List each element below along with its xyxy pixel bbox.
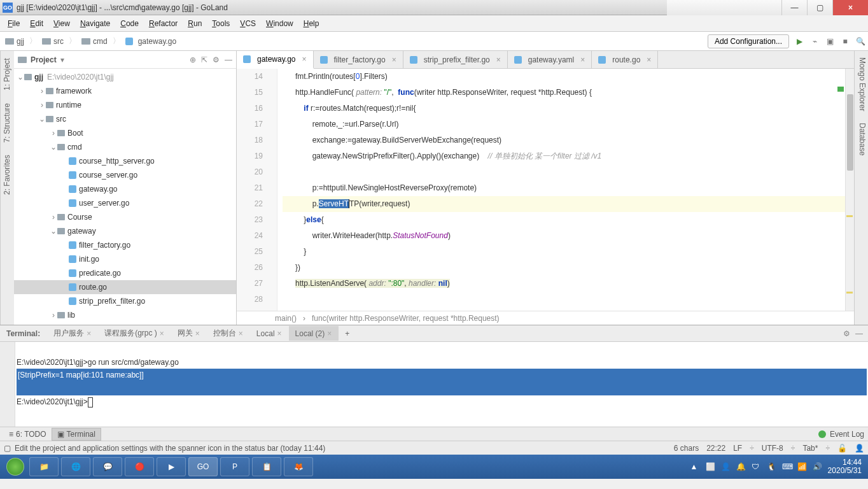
- task-explorer[interactable]: 📁: [29, 457, 59, 476]
- code-line[interactable]: http.ListenAndServe( addr: ":80", handle…: [283, 276, 854, 292]
- code-line[interactable]: }else{: [283, 212, 854, 228]
- menu-item[interactable]: View: [50, 18, 74, 29]
- tray-icon[interactable]: 🛡: [752, 462, 760, 471]
- project-tree[interactable]: ⌄ gjj E:\video\2020\jt1\gjj ›framework›r…: [14, 69, 236, 325]
- terminal-tab[interactable]: 用户服务 ×: [47, 326, 98, 341]
- scrollbar-thumb[interactable]: [847, 94, 853, 171]
- crumb-main[interactable]: main(): [275, 314, 297, 323]
- code-line[interactable]: if r:=routes.Match(request);r!=nil{: [283, 101, 854, 117]
- editor-scrollbar[interactable]: [845, 69, 854, 311]
- tree-folder[interactable]: ›Mapper: [14, 322, 236, 325]
- tray-icon[interactable]: ⬜: [706, 462, 715, 471]
- terminal-tab[interactable]: 课程服务(grpc ) ×: [98, 326, 171, 341]
- status-encoding[interactable]: UTF-8: [762, 444, 783, 453]
- window-minimize-button[interactable]: —: [781, 0, 807, 15]
- close-icon[interactable]: ×: [302, 55, 307, 64]
- tray-icon[interactable]: 🐧: [767, 462, 776, 471]
- event-log-button[interactable]: Event Log: [830, 430, 864, 439]
- window-maximize-button[interactable]: ▢: [807, 0, 832, 15]
- tray-icon[interactable]: ⌨: [782, 462, 791, 471]
- tab-terminal[interactable]: ▣ Terminal: [52, 428, 101, 441]
- tree-folder[interactable]: ›framework: [14, 84, 236, 98]
- search-icon[interactable]: 🔍: [855, 36, 865, 46]
- right-tab-database[interactable]: Database: [855, 120, 868, 158]
- code-line[interactable]: p:=httputil.NewSingleHostReverseProxy(re…: [283, 180, 854, 196]
- status-lock-icon[interactable]: 🔓: [837, 444, 847, 453]
- tree-folder[interactable]: ⌄gateway: [14, 224, 236, 238]
- menu-item[interactable]: Help: [300, 18, 323, 29]
- status-line-ending[interactable]: LF: [733, 444, 742, 453]
- terminal-body[interactable]: E:\video\2020\jt1\gjj>go run src/cmd/gat…: [0, 342, 868, 427]
- code-line[interactable]: p.ServeHTTP(writer,request): [283, 196, 854, 212]
- terminal-tab[interactable]: Local ×: [250, 326, 289, 341]
- tree-file[interactable]: gateway.go: [14, 182, 236, 196]
- scroll-from-source-icon[interactable]: ⊕: [190, 55, 196, 64]
- tray-icon[interactable]: 👤: [721, 462, 730, 471]
- tree-folder[interactable]: ›lib: [14, 308, 236, 322]
- close-icon[interactable]: ×: [160, 329, 164, 338]
- tree-file[interactable]: user_server.go: [14, 196, 236, 210]
- menu-item[interactable]: Refactor: [145, 18, 181, 29]
- breadcrumb-item[interactable]: src: [39, 36, 66, 47]
- status-caret-pos[interactable]: 22:22: [706, 444, 725, 453]
- settings-hint-icon[interactable]: ▢: [4, 444, 11, 453]
- menu-item[interactable]: Navigate: [76, 18, 114, 29]
- close-icon[interactable]: ×: [277, 329, 282, 338]
- editor-tab[interactable]: gateway.yaml×: [508, 51, 592, 68]
- tree-file[interactable]: course_http_server.go: [14, 154, 236, 168]
- code-line[interactable]: http.HandleFunc( pattern: "/", func(writ…: [283, 85, 854, 101]
- task-video[interactable]: ▶: [157, 457, 186, 476]
- tree-file[interactable]: course_server.go: [14, 168, 236, 182]
- code-line[interactable]: [283, 164, 854, 180]
- hide-icon[interactable]: —: [855, 329, 863, 338]
- tray-volume-icon[interactable]: 🔊: [813, 462, 822, 471]
- task-goland[interactable]: GO: [188, 457, 218, 476]
- tree-folder[interactable]: ⌄cmd: [14, 140, 236, 154]
- stop-icon[interactable]: ■: [840, 36, 850, 46]
- terminal-tab[interactable]: Local (2) ×: [289, 326, 339, 341]
- code-area[interactable]: 141516171819202122232425262728 fmt.Print…: [237, 69, 854, 311]
- terminal-tab[interactable]: 网关 ×: [171, 326, 207, 341]
- task-firefox[interactable]: 🦊: [284, 457, 313, 476]
- code-line[interactable]: }: [283, 244, 854, 260]
- editor-tab[interactable]: gateway.go×: [237, 51, 314, 69]
- window-close-button[interactable]: ×: [832, 0, 868, 15]
- taskbar-clock[interactable]: 14:44 2020/5/31: [828, 458, 862, 475]
- code-line[interactable]: exchange:=gateway.BuildServerWebExchange…: [283, 132, 854, 148]
- close-icon[interactable]: ×: [580, 55, 585, 64]
- coverage-icon[interactable]: ▣: [825, 36, 835, 46]
- warning-stripe-icon[interactable]: [846, 292, 853, 294]
- code-line[interactable]: remote,_:=url.Parse(r.Url): [283, 117, 854, 132]
- tab-todo[interactable]: ≡ 6: TODO: [4, 429, 52, 440]
- breadcrumb-item[interactable]: gjj: [3, 36, 27, 47]
- menu-item[interactable]: Code: [116, 18, 143, 29]
- task-app-red[interactable]: 🔴: [125, 457, 154, 476]
- close-icon[interactable]: ×: [647, 55, 651, 64]
- status-inspector-icon[interactable]: 👤: [855, 444, 864, 453]
- tree-file[interactable]: filter_factory.go: [14, 238, 236, 252]
- menu-item[interactable]: Window: [262, 18, 297, 29]
- tree-file[interactable]: strip_prefix_filter.go: [14, 294, 236, 308]
- right-tab-mongo[interactable]: Mongo Explorer: [855, 55, 868, 114]
- terminal-add-tab-button[interactable]: +: [339, 327, 356, 340]
- add-configuration-button[interactable]: Add Configuration...: [708, 34, 789, 48]
- close-icon[interactable]: ×: [239, 329, 243, 338]
- left-tab-structure[interactable]: 7: Structure: [1, 100, 14, 146]
- close-icon[interactable]: ×: [195, 329, 200, 338]
- menu-item[interactable]: File: [4, 18, 24, 29]
- tray-network-icon[interactable]: 📶: [797, 462, 806, 471]
- status-indent[interactable]: Tab*: [802, 444, 818, 453]
- code-line[interactable]: writer.WriteHeader(http.StatusNotFound): [283, 228, 854, 244]
- editor-tab[interactable]: filter_factory.go×: [314, 51, 403, 68]
- settings-icon[interactable]: ⚙: [213, 55, 220, 64]
- start-button[interactable]: [3, 457, 28, 476]
- menu-item[interactable]: VCS: [236, 18, 260, 29]
- code-line[interactable]: [283, 292, 854, 308]
- code-line[interactable]: }): [283, 260, 854, 276]
- menu-item[interactable]: Tools: [208, 18, 234, 29]
- breadcrumb-item[interactable]: cmd: [79, 36, 110, 47]
- menu-item[interactable]: Run: [184, 18, 206, 29]
- tree-folder[interactable]: ⌄src: [14, 112, 236, 126]
- editor-tab[interactable]: strip_prefix_filter.go×: [403, 51, 508, 68]
- menu-item[interactable]: Edit: [26, 18, 47, 29]
